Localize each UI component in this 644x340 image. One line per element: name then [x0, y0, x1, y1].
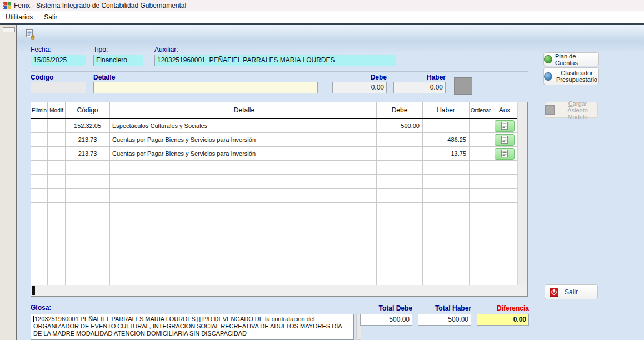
cell-modif	[48, 230, 66, 244]
cell-ordenar	[470, 175, 492, 188]
cell-debe	[377, 258, 423, 272]
table-row	[31, 230, 517, 244]
auxiliar-label: Auxiliar:	[154, 46, 178, 53]
app-icon	[2, 1, 11, 10]
cell-elimin	[31, 119, 48, 132]
auxiliar-field[interactable]: 1203251960001 PEÑAFIEL PARRALES MARIA LO…	[154, 55, 396, 66]
aux-button[interactable]	[495, 148, 515, 160]
cell-detalle	[110, 230, 377, 244]
header-ordenar[interactable]: Ordenar	[470, 102, 492, 118]
salir-label: Salir	[565, 288, 578, 296]
header-haber[interactable]: Haber	[423, 102, 470, 118]
section-divider	[31, 71, 528, 72]
panel-grip[interactable]	[3, 27, 15, 32]
cell-debe	[377, 189, 423, 202]
cell-detalle	[110, 258, 377, 272]
header-detalle[interactable]: Detalle	[110, 102, 377, 118]
total-haber-label: Total Haber	[418, 304, 471, 312]
cell-detalle	[110, 189, 377, 202]
cell-detalle	[110, 175, 377, 188]
cell-haber	[423, 175, 470, 188]
cell-haber	[423, 203, 470, 216]
fecha-field[interactable]: 15/05/2025	[31, 55, 86, 66]
cell-haber	[423, 272, 470, 285]
cell-codigo	[66, 216, 110, 230]
aux-button[interactable]	[495, 120, 515, 132]
menu-utilitarios[interactable]: Utilitarios	[0, 12, 38, 23]
cell-aux	[492, 161, 517, 174]
plan-de-cuentas-button[interactable]: Plan de Cuentas	[543, 52, 599, 66]
cell-modif	[48, 216, 66, 230]
clasificador-button[interactable]: Clasificador Presupuestario	[543, 67, 599, 85]
haber-entry-label: Haber	[393, 73, 446, 81]
codigo-entry-label: Código	[31, 73, 53, 81]
cell-aux	[492, 147, 517, 160]
cell-detalle: Cuentas por Pagar Bienes y Servicios par…	[110, 147, 377, 160]
text-caret	[33, 316, 34, 322]
cell-haber	[423, 216, 470, 230]
aux-button[interactable]	[495, 134, 515, 146]
cell-haber	[423, 258, 470, 272]
cargar-asiento-button: Cargar Asiento Modelo	[545, 102, 598, 118]
cell-elimin	[31, 203, 48, 216]
cell-elimin	[31, 161, 48, 174]
cell-aux	[492, 203, 517, 216]
table-row	[31, 161, 517, 175]
plan-de-cuentas-label: Plan de Cuentas	[555, 53, 598, 66]
cell-codigo	[66, 272, 110, 285]
green-sphere-icon	[544, 55, 552, 63]
cell-haber	[423, 161, 470, 174]
cell-ordenar	[470, 216, 492, 230]
table-row[interactable]: 213.73Cuentas por Pagar Bienes y Servici…	[31, 147, 517, 161]
header-codigo[interactable]: Código	[66, 102, 110, 118]
header-elimin[interactable]: Elimin	[31, 102, 48, 118]
cell-modif	[48, 119, 66, 132]
cell-aux	[492, 119, 517, 132]
cell-aux	[492, 258, 517, 272]
detalle-entry-field[interactable]	[93, 82, 318, 93]
cell-detalle	[110, 203, 377, 216]
table-row[interactable]: 213.73Cuentas por Pagar Bienes y Servici…	[31, 133, 517, 147]
table-row	[31, 258, 517, 272]
header-debe[interactable]: Debe	[377, 102, 423, 118]
table-vertical-scrollbar[interactable]	[517, 102, 527, 285]
table-horizontal-scrollbar[interactable]	[31, 285, 527, 296]
table-row	[31, 189, 517, 203]
cell-ordenar	[470, 258, 492, 272]
tipo-label: Tipo:	[93, 46, 108, 53]
new-entry-icon[interactable]	[26, 29, 36, 40]
haber-entry-field[interactable]: 0.00	[393, 82, 446, 93]
diferencia-label: Diferencia	[477, 304, 529, 312]
total-debe-field: 500.00	[360, 314, 412, 326]
cell-debe	[377, 230, 423, 244]
cell-codigo: 213.73	[66, 133, 110, 146]
cell-codigo	[66, 189, 110, 202]
cell-modif	[48, 147, 66, 160]
salir-button[interactable]: Salir	[545, 284, 598, 299]
cell-elimin	[31, 272, 48, 285]
cell-ordenar	[470, 244, 492, 258]
cell-debe: 500.00	[377, 119, 423, 132]
gray-square-button[interactable]	[454, 77, 472, 95]
glosa-field[interactable]: 1203251960001 PEÑAFIEL PARRALES MARIA LO…	[31, 314, 354, 340]
glosa-label: Glosa:	[31, 304, 51, 312]
header-modif[interactable]: Modif	[48, 102, 66, 118]
cell-debe	[377, 147, 423, 160]
debe-entry-field[interactable]: 0.00	[332, 82, 387, 93]
menu-salir[interactable]: Salir	[38, 12, 63, 23]
cell-modif	[48, 133, 66, 146]
cell-codigo: 213.73	[66, 147, 110, 160]
codigo-entry-field[interactable]	[31, 82, 86, 93]
cell-haber: 486.25	[423, 133, 470, 146]
blue-sphere-icon	[544, 72, 552, 81]
cargar-asiento-label: Cargar Asiento Modelo	[558, 100, 597, 120]
header-aux[interactable]: Aux	[492, 102, 517, 118]
cell-codigo	[66, 161, 110, 174]
cell-modif	[48, 258, 66, 272]
scrollbar-thumb[interactable]	[32, 286, 35, 295]
cell-elimin	[31, 258, 48, 272]
cell-codigo	[66, 203, 110, 216]
cell-detalle	[110, 161, 377, 174]
table-row[interactable]: 152.32.05Espectáculos Culturales y Socia…	[31, 119, 517, 133]
tipo-field[interactable]: Financiero	[93, 55, 143, 66]
